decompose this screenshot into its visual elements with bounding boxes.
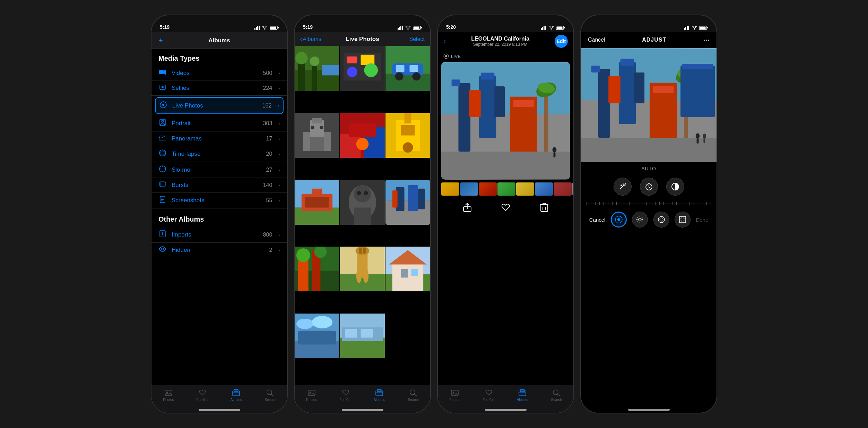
photo-cell-13[interactable] xyxy=(295,314,339,358)
photo-cell-10[interactable] xyxy=(295,247,339,291)
share-button[interactable] xyxy=(463,203,472,214)
filmstrip-thumb-2[interactable] xyxy=(460,182,478,196)
timer-button[interactable] xyxy=(640,178,658,196)
tab-albums-2[interactable]: Albums xyxy=(363,389,397,402)
portrait-icon-svg xyxy=(159,119,166,126)
svg-rect-66 xyxy=(409,65,418,72)
filmstrip-thumb-8[interactable] xyxy=(572,182,573,196)
svg-rect-35 xyxy=(165,390,172,395)
photo-cell-7[interactable] xyxy=(295,180,339,225)
photo-cell-11[interactable] xyxy=(340,247,385,291)
album-item-timelapse[interactable]: Time-lapse 20 › xyxy=(151,146,287,162)
status-icons-4 xyxy=(684,26,708,30)
svg-rect-175 xyxy=(520,390,524,392)
cancel-edit-button[interactable]: Cancel xyxy=(588,37,605,43)
filmstrip-thumb-6[interactable] xyxy=(535,182,553,196)
tab-foryou-1[interactable]: For You xyxy=(185,389,219,402)
svg-rect-133 xyxy=(361,329,373,338)
album-item-selfies[interactable]: Selfies 224 › xyxy=(151,80,287,96)
photo-cell-3[interactable] xyxy=(385,46,430,91)
photo-detail-nav: ‹ LEGOLAND California September 22, 2019… xyxy=(438,32,573,51)
album-item-bursts[interactable]: Bursts 140 › xyxy=(151,178,287,192)
photo-cell-5[interactable] xyxy=(340,113,385,158)
back-button-3[interactable]: ‹ xyxy=(443,37,446,46)
albums-tab-icon xyxy=(232,389,240,396)
svg-rect-73 xyxy=(303,132,310,151)
live-icon-svg xyxy=(160,101,167,108)
tab-albums-1[interactable]: Albums xyxy=(219,389,253,402)
main-photo[interactable] xyxy=(441,62,570,180)
tab-search-3[interactable]: Search xyxy=(539,389,573,402)
wifi-icon-4 xyxy=(692,26,697,30)
filmstrip-thumb-3[interactable] xyxy=(479,182,497,196)
tab-photos-1[interactable]: Photos xyxy=(151,389,185,402)
svg-rect-156 xyxy=(469,90,481,117)
album-item-imports[interactable]: Imports 800 › xyxy=(151,227,287,243)
photo-cell-14[interactable] xyxy=(340,314,385,358)
photo-actions xyxy=(438,198,573,219)
tab-albums-3[interactable]: Albums xyxy=(506,389,540,402)
timelapse-chevron: › xyxy=(278,151,280,157)
contrast-button[interactable] xyxy=(666,178,684,196)
filmstrip-thumb-1[interactable] xyxy=(441,182,459,196)
photo-cell-6[interactable] xyxy=(385,113,430,158)
photo-cell-4[interactable] xyxy=(295,113,339,158)
live-photo-tool[interactable] xyxy=(611,212,627,228)
select-button[interactable]: Select xyxy=(409,36,425,42)
tab-search-2[interactable]: Search xyxy=(396,389,430,402)
svg-rect-63 xyxy=(385,74,430,91)
live-photos-nav: ‹ Albums Live Photos Select xyxy=(295,32,430,46)
svg-point-15 xyxy=(162,120,164,122)
delete-button[interactable] xyxy=(540,203,548,214)
favorite-button[interactable] xyxy=(501,203,511,214)
photo-cell-1[interactable] xyxy=(295,46,339,91)
photo-cell-12[interactable] xyxy=(385,247,430,291)
back-to-albums-button[interactable]: ‹ Albums xyxy=(300,36,321,42)
svg-rect-178 xyxy=(684,28,685,30)
album-item-videos[interactable]: Videos 500 › xyxy=(151,66,287,80)
cancel-bottom-button[interactable]: Cancel xyxy=(589,217,606,223)
photo-cell-8[interactable] xyxy=(340,180,385,225)
panoramas-label: Panoramas xyxy=(172,135,261,142)
magic-wand-button[interactable] xyxy=(614,178,632,196)
photo-8-svg xyxy=(340,180,385,225)
album-item-panoramas[interactable]: Panoramas 17 › xyxy=(151,131,287,146)
svg-rect-181 xyxy=(688,26,689,30)
crop-tool[interactable] xyxy=(675,212,691,228)
main-photo-svg xyxy=(441,62,570,180)
svg-line-40 xyxy=(271,394,274,396)
done-button[interactable]: Done xyxy=(696,217,708,223)
photo-cell-9[interactable] xyxy=(385,180,430,225)
tab-foryou-3[interactable]: For You xyxy=(472,389,506,402)
more-options-button[interactable]: ··· xyxy=(703,35,710,44)
tab-photos-2[interactable]: Photos xyxy=(295,389,329,402)
album-item-hidden[interactable]: Hidden 2 › xyxy=(151,243,287,257)
svg-rect-114 xyxy=(359,248,362,254)
brightness-tool[interactable] xyxy=(632,212,648,228)
media-types-title: Media Types xyxy=(151,54,287,66)
tab-search-label-2: Search xyxy=(408,398,419,402)
svg-line-139 xyxy=(414,394,417,396)
album-item-portrait[interactable]: Portrait 303 › xyxy=(151,115,287,131)
add-album-button[interactable]: + xyxy=(158,36,163,45)
filmstrip-thumb-5[interactable] xyxy=(516,182,534,196)
filmstrip-thumb-4[interactable] xyxy=(497,182,515,196)
photo-cell-2[interactable] xyxy=(340,46,385,91)
edit-button[interactable]: Edit xyxy=(555,35,568,48)
adjustment-slider[interactable] xyxy=(581,198,717,209)
album-item-screenshots[interactable]: Screenshots 55 › xyxy=(151,192,287,208)
tab-foryou-2[interactable]: For You xyxy=(329,389,363,402)
filmstrip-thumb-7[interactable] xyxy=(554,182,572,196)
album-item-slomo[interactable]: Slo-mo 27 › xyxy=(151,162,287,178)
tab-search-1[interactable]: Search xyxy=(253,389,287,402)
svg-point-96 xyxy=(357,191,361,195)
bursts-icon xyxy=(158,181,167,189)
svg-point-204 xyxy=(703,134,706,138)
photo-6-svg xyxy=(385,113,430,158)
screen-1: + Albums Media Types Videos 500 › Selfie… xyxy=(151,32,287,413)
svg-rect-167 xyxy=(541,205,548,212)
album-item-live-photos[interactable]: Live Photos 162 › xyxy=(155,97,284,114)
filter-tool[interactable] xyxy=(653,212,669,228)
phone-4: Cancel ADJUST ··· xyxy=(580,15,717,413)
tab-photos-3[interactable]: Photos xyxy=(438,389,472,402)
